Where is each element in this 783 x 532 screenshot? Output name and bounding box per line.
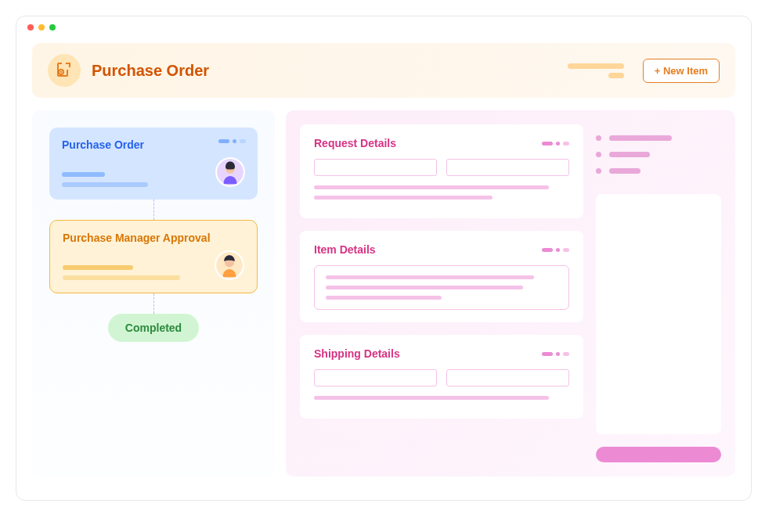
avatar bbox=[215, 250, 244, 280]
sidebar-panel bbox=[596, 124, 721, 462]
action-button[interactable] bbox=[596, 447, 721, 462]
card-menu-icon[interactable] bbox=[218, 139, 246, 143]
section-title: Item Details bbox=[314, 243, 376, 256]
list-item[interactable] bbox=[596, 168, 721, 174]
list-item[interactable] bbox=[596, 152, 721, 157]
text-input[interactable] bbox=[446, 159, 569, 176]
window-maximize-icon[interactable] bbox=[49, 24, 56, 31]
page-title: Purchase Order bbox=[92, 62, 557, 80]
list-item[interactable] bbox=[596, 135, 721, 141]
item-details-card: Item Details bbox=[300, 231, 583, 322]
item-textarea[interactable] bbox=[314, 265, 569, 310]
window-close-icon[interactable] bbox=[27, 24, 34, 31]
text-input[interactable] bbox=[314, 369, 437, 386]
request-details-card: Request Details bbox=[300, 124, 583, 218]
purchase-order-icon bbox=[48, 54, 81, 87]
workflow-step-title: Purchase Manager Approval bbox=[63, 232, 244, 244]
workflow-connector bbox=[153, 293, 154, 314]
section-title: Request Details bbox=[314, 137, 396, 149]
app-window: Purchase Order + New Item Purchase Order bbox=[16, 16, 752, 501]
card-menu-icon[interactable] bbox=[542, 142, 569, 146]
section-title: Shipping Details bbox=[314, 347, 400, 360]
card-menu-icon[interactable] bbox=[542, 248, 569, 252]
workflow-step-title: Purchase Order bbox=[62, 138, 245, 151]
header-placeholder bbox=[568, 63, 624, 78]
page-header: Purchase Order + New Item bbox=[32, 43, 735, 98]
completed-status-badge: Completed bbox=[108, 314, 199, 342]
preview-area bbox=[596, 194, 721, 434]
workflow-connector bbox=[153, 200, 154, 220]
shipping-details-card: Shipping Details bbox=[300, 335, 583, 419]
details-panel: Request Details bbox=[286, 110, 735, 476]
workflow-step-purchase-order[interactable]: Purchase Order bbox=[49, 128, 258, 200]
new-item-button[interactable]: + New Item bbox=[643, 59, 720, 83]
card-menu-icon[interactable] bbox=[542, 352, 569, 356]
text-input[interactable] bbox=[446, 369, 569, 386]
avatar bbox=[215, 157, 245, 187]
window-controls bbox=[16, 16, 751, 37]
workflow-panel: Purchase Order Pu bbox=[32, 110, 275, 476]
text-input[interactable] bbox=[314, 159, 437, 176]
window-minimize-icon[interactable] bbox=[38, 24, 45, 31]
workflow-step-manager-approval[interactable]: Purchase Manager Approval bbox=[49, 220, 258, 293]
